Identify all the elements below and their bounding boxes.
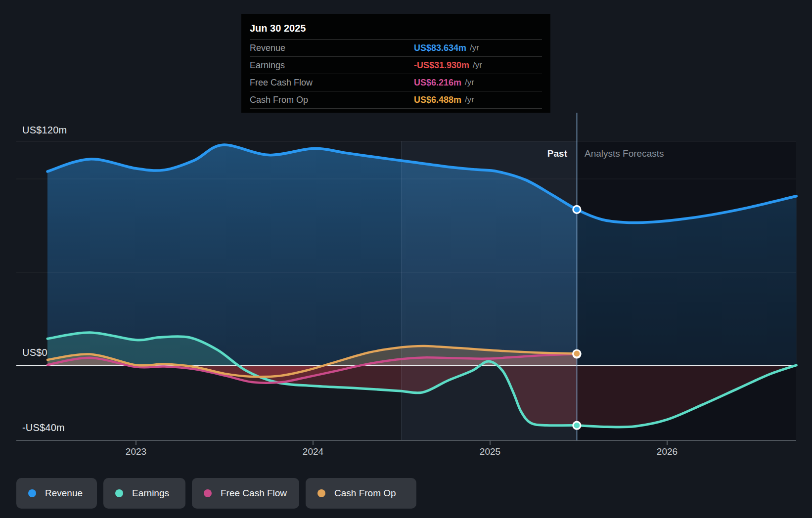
earnings-legend-dot-icon (115, 489, 123, 497)
hover-highlight-band (402, 141, 577, 440)
tooltip-row-revenue: Revenue US$83.634m /yr (250, 40, 542, 57)
tooltip-unit: /yr (473, 60, 482, 70)
hover-marker-cash-from-op[interactable] (573, 350, 581, 357)
tooltip-date: Jun 30 2025 (250, 19, 542, 40)
legend-label: Earnings (132, 488, 169, 499)
legend-item-cash-from-op[interactable]: Cash From Op (306, 478, 416, 509)
y-axis-label-neg40m: -US$40m (22, 422, 65, 433)
legend-label: Revenue (45, 488, 83, 499)
tooltip-value: US$83.634m (414, 43, 466, 53)
tooltip-value: -US$31.930m (414, 60, 469, 71)
x-axis-label-2024: 2024 (303, 446, 323, 457)
free-cash-flow-legend-dot-icon (204, 489, 212, 497)
tooltip-label: Free Cash Flow (250, 78, 414, 88)
tooltip-unit: /yr (465, 78, 474, 87)
analysts-forecasts-label: Analysts Forecasts (585, 148, 664, 159)
past-label: Past (547, 148, 567, 159)
tooltip-label: Revenue (250, 43, 414, 53)
x-axis-label-2025: 2025 (480, 446, 500, 457)
tooltip-row-earnings: Earnings -US$31.930m /yr (250, 57, 542, 74)
y-axis-label-0: US$0 (22, 347, 47, 358)
x-axis-label-2023: 2023 (126, 446, 146, 457)
earnings-revenue-growth-chart: { "tooltip": { "date": "Jun 30 2025", "r… (0, 0, 812, 518)
legend-label: Free Cash Flow (221, 488, 287, 499)
forecast-dim-overlay (577, 141, 796, 440)
tooltip-value: US$6.488m (414, 95, 461, 105)
tooltip-label: Earnings (250, 60, 414, 71)
tooltip-unit: /yr (465, 95, 474, 105)
hover-marker-earnings[interactable] (573, 422, 581, 429)
revenue-legend-dot-icon (28, 489, 36, 497)
tooltip-row-cash-from-op: Cash From Op US$6.488m /yr (250, 91, 542, 109)
legend-label: Cash From Op (334, 488, 396, 499)
tooltip-label: Cash From Op (250, 95, 414, 105)
legend-item-earnings[interactable]: Earnings (103, 478, 185, 509)
hover-tooltip: Jun 30 2025 Revenue US$83.634m /yr Earni… (241, 14, 550, 113)
tooltip-unit: /yr (470, 43, 479, 53)
y-axis-label-120m: US$120m (22, 125, 67, 136)
legend-item-free-cash-flow[interactable]: Free Cash Flow (192, 478, 299, 509)
x-axis-label-2026: 2026 (657, 446, 677, 457)
hover-marker-revenue[interactable] (573, 206, 581, 213)
tooltip-value: US$6.216m (414, 78, 461, 88)
legend-item-revenue[interactable]: Revenue (16, 478, 97, 509)
cash-from-op-legend-dot-icon (317, 489, 325, 497)
tooltip-row-free-cash-flow: Free Cash Flow US$6.216m /yr (250, 74, 542, 91)
